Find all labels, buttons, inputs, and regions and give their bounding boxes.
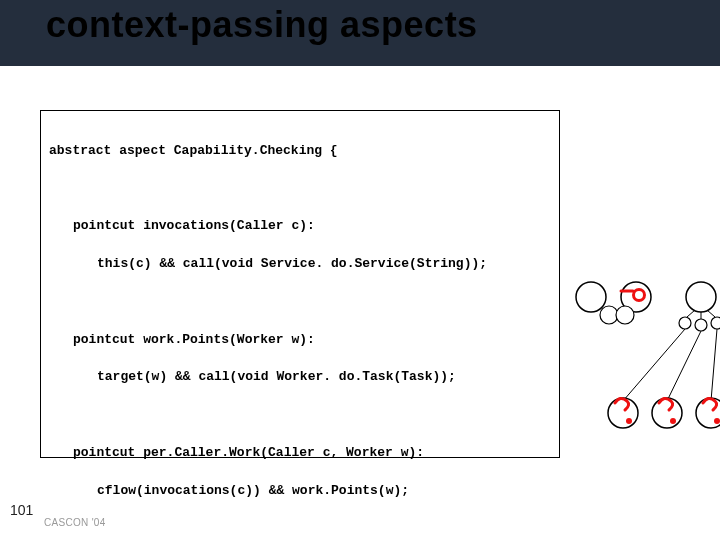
code-line: target(w) && call(void Worker. do.Task(T… [49, 368, 551, 387]
svg-point-5 [600, 306, 618, 324]
svg-line-12 [707, 310, 715, 317]
code-line: abstract aspect Capability.Checking { [49, 142, 551, 161]
code-line: pointcut work.Points(Worker w): [49, 331, 551, 350]
svg-point-0 [576, 282, 606, 312]
svg-point-7 [679, 317, 691, 329]
flow-diagram [567, 273, 720, 453]
svg-point-8 [695, 319, 707, 331]
svg-point-21 [714, 418, 720, 424]
code-line: this(c) && call(void Service. do.Service… [49, 255, 551, 274]
svg-point-9 [711, 317, 720, 329]
svg-point-16 [608, 398, 638, 428]
code-line: pointcut per.Caller.Work(Caller c, Worke… [49, 444, 551, 463]
footer-event: CASCON '04 [44, 517, 106, 528]
code-block: abstract aspect Capability.Checking { po… [40, 110, 560, 458]
slide-number: 101 [10, 502, 33, 518]
svg-line-10 [687, 310, 695, 317]
svg-line-14 [667, 331, 701, 401]
svg-point-2 [686, 282, 716, 312]
svg-line-13 [623, 329, 685, 401]
svg-point-19 [626, 418, 632, 424]
svg-point-20 [670, 418, 676, 424]
svg-point-6 [616, 306, 634, 324]
code-line: cflow(invocations(c)) && work.Points(w); [49, 482, 551, 501]
code-line: pointcut invocations(Caller c): [49, 217, 551, 236]
svg-point-17 [652, 398, 682, 428]
slide-title: context-passing aspects [46, 4, 478, 46]
svg-line-15 [711, 329, 717, 401]
